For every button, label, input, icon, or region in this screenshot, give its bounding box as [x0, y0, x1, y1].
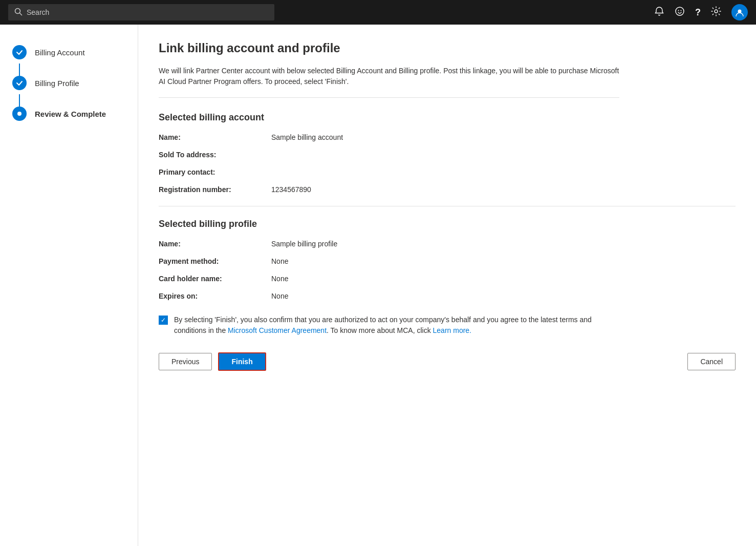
bell-icon[interactable] [654, 6, 664, 19]
agreement-section: ✓ By selecting 'Finish', you also confir… [159, 314, 619, 336]
checkbox-check-icon: ✓ [161, 317, 166, 323]
svg-line-1 [20, 13, 22, 15]
smiley-icon[interactable] [675, 6, 685, 19]
step-label-billing-profile: Billing Profile [35, 79, 79, 88]
step-label-billing-account: Billing Account [35, 48, 85, 57]
billing-profile-expires-value: None [271, 292, 736, 300]
search-icon [14, 8, 23, 17]
sidebar-item-review-complete[interactable]: Review & Complete [0, 98, 138, 129]
settings-icon[interactable] [711, 6, 721, 19]
cancel-button[interactable]: Cancel [687, 353, 736, 370]
billing-account-reg-row: Registration number: 1234567890 [159, 185, 736, 194]
agreement-checkbox[interactable]: ✓ [159, 316, 168, 325]
billing-account-name-value: Sample billing account [271, 133, 736, 141]
billing-account-sold-to-label: Sold To address: [159, 151, 271, 159]
billing-account-name-row: Name: Sample billing account [159, 133, 736, 141]
sidebar-item-billing-profile[interactable]: Billing Profile [0, 68, 138, 98]
billing-profile-payment-label: Payment method: [159, 257, 271, 265]
finish-button[interactable]: Finish [218, 352, 266, 371]
mca-link[interactable]: Microsoft Customer Agreement [228, 326, 327, 334]
billing-account-contact-label: Primary contact: [159, 168, 271, 176]
agreement-text: By selecting 'Finish', you also confirm … [174, 314, 619, 336]
step-label-review-complete: Review & Complete [35, 110, 106, 118]
billing-profile-name-label: Name: [159, 240, 271, 248]
billing-account-contact-row: Primary contact: [159, 168, 736, 176]
billing-profile-expires-row: Expires on: None [159, 292, 736, 300]
content-area: Link billing account and profile We will… [138, 25, 756, 546]
learn-more-link[interactable]: Learn more. [433, 326, 471, 334]
help-icon[interactable]: ? [695, 7, 701, 18]
svg-point-2 [676, 7, 684, 15]
billing-account-reg-label: Registration number: [159, 185, 271, 194]
step-circle-review-complete [12, 107, 27, 121]
svg-point-5 [715, 10, 718, 13]
topbar-icons: ? [654, 4, 748, 20]
billing-account-section-title: Selected billing account [159, 112, 736, 123]
billing-account-reg-value: 1234567890 [271, 185, 736, 194]
billing-profile-expires-label: Expires on: [159, 292, 271, 300]
avatar[interactable] [731, 4, 748, 20]
svg-point-4 [681, 10, 682, 11]
billing-account-name-label: Name: [159, 133, 271, 141]
billing-account-sold-to-row: Sold To address: [159, 151, 736, 159]
billing-profile-cardholder-row: Card holder name: None [159, 275, 736, 283]
step-circle-billing-profile [12, 76, 27, 90]
billing-profile-cardholder-value: None [271, 275, 736, 283]
step-circle-billing-account [12, 45, 27, 59]
page-title: Link billing account and profile [159, 41, 736, 55]
sidebar: Billing Account Billing Profile Review &… [0, 25, 138, 546]
billing-profile-name-value: Sample billing profile [271, 240, 736, 248]
billing-profile-section-title: Selected billing profile [159, 219, 736, 229]
search-container [8, 4, 274, 20]
billing-profile-name-row: Name: Sample billing profile [159, 240, 736, 248]
billing-profile-cardholder-label: Card holder name: [159, 275, 271, 283]
previous-button[interactable]: Previous [159, 353, 212, 370]
search-input[interactable] [27, 8, 268, 16]
billing-profile-payment-row: Payment method: None [159, 257, 736, 265]
page-description: We will link Partner Center account with… [159, 66, 619, 98]
svg-point-3 [678, 10, 679, 11]
section-divider-1 [159, 206, 736, 206]
agreement-text-after-link: . To know more about MCA, click [327, 326, 433, 334]
topbar: ? [0, 0, 756, 25]
button-row: Previous Finish Cancel [159, 348, 736, 371]
main-layout: Billing Account Billing Profile Review &… [0, 25, 756, 546]
billing-profile-payment-value: None [271, 257, 736, 265]
sidebar-item-billing-account[interactable]: Billing Account [0, 37, 138, 68]
